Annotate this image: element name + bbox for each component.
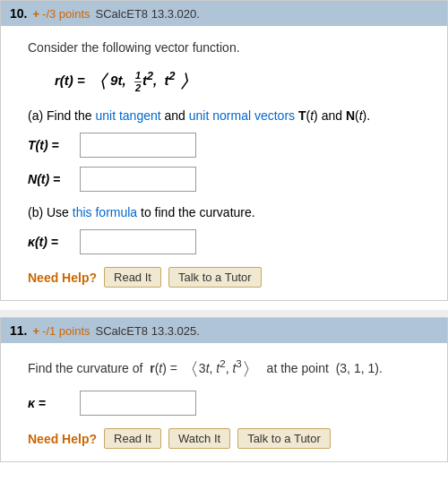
problem-11-body: Find the curvature of r(t) = 〈3t, t2, t3… bbox=[1, 343, 447, 461]
problem-10-body: Consider the following vector function. … bbox=[1, 26, 447, 300]
left-angle: 〈 bbox=[89, 72, 107, 91]
angle-l-11: 〈 bbox=[181, 359, 199, 379]
angle-r-11: 〉 bbox=[242, 359, 260, 379]
problem-10: 10. + -/3 points SCalcET8 13.3.020. Cons… bbox=[0, 0, 448, 301]
kappa-input-10[interactable] bbox=[80, 229, 196, 254]
highlight-unit-normal: unit normal vectors bbox=[189, 108, 295, 123]
problem-11-header: 11. + -/1 points SCalcET8 13.3.025. bbox=[1, 318, 447, 343]
talk-tutor-btn-11[interactable]: Talk to a Tutor bbox=[237, 428, 331, 449]
problem-11-points: -/1 points bbox=[42, 324, 90, 338]
fraction-half: 1 2 bbox=[134, 70, 142, 92]
T-label: T(t) = bbox=[28, 138, 73, 152]
kappa-input-11[interactable] bbox=[80, 391, 196, 416]
N-input[interactable] bbox=[80, 167, 196, 192]
problem-10-points: -/3 points bbox=[42, 7, 90, 21]
kappa-label-11: κ = bbox=[28, 396, 73, 410]
problem-10-course: SCalcET8 13.3.020. bbox=[96, 7, 200, 21]
problem-10-header: 10. + -/3 points SCalcET8 13.3.020. bbox=[1, 1, 447, 26]
help-row-11: Need Help? Read It Watch It Talk to a Tu… bbox=[28, 428, 429, 449]
problem-10-points-btn[interactable]: + -/3 points bbox=[32, 7, 90, 21]
help-row-10: Need Help? Read It Talk to a Tutor bbox=[28, 267, 429, 288]
kappa-label-10: κ(t) = bbox=[28, 235, 73, 249]
problem-11-intro: Find the curvature of r(t) = 〈3t, t2, t3… bbox=[28, 356, 429, 378]
T-input[interactable] bbox=[80, 133, 196, 158]
vector-terms: 9t, 1 2 t2, t2 bbox=[110, 73, 179, 88]
problem-10-number: 10. bbox=[10, 6, 27, 21]
highlight-unit-tangent: unit tangent bbox=[95, 108, 160, 123]
kappa-11-input-row: κ = bbox=[28, 391, 429, 416]
problem-11-number: 11. bbox=[10, 323, 27, 338]
need-help-10: Need Help? bbox=[28, 271, 97, 285]
problem-11-points-btn[interactable]: + -/1 points bbox=[32, 324, 90, 338]
N-input-row: N(t) = bbox=[28, 167, 429, 192]
watch-it-btn-11[interactable]: Watch It bbox=[168, 428, 230, 449]
divider bbox=[0, 310, 448, 317]
part-b-container: (b) Use this formula to find the curvatu… bbox=[28, 202, 429, 254]
T-input-row: T(t) = bbox=[28, 133, 429, 158]
formula-link[interactable]: this formula bbox=[73, 205, 137, 219]
part-a-label: (a) Find the unit tangent and unit norma… bbox=[28, 106, 429, 125]
N-label: N(t) = bbox=[28, 172, 73, 186]
read-it-btn-11[interactable]: Read It bbox=[104, 428, 161, 449]
plus-icon: + bbox=[32, 7, 39, 21]
r-of-t-label: r(t) = bbox=[55, 73, 89, 88]
plus-icon-11: + bbox=[32, 324, 39, 338]
need-help-11: Need Help? bbox=[28, 432, 97, 446]
problem-10-intro: Consider the following vector function. bbox=[28, 39, 429, 57]
talk-tutor-btn-10[interactable]: Talk to a Tutor bbox=[168, 267, 262, 288]
kappa-input-row: κ(t) = bbox=[28, 229, 429, 254]
vector-function-display: r(t) = 〈 9t, 1 2 t2, t2 〉 bbox=[55, 70, 429, 93]
right-angle: 〉 bbox=[179, 72, 197, 91]
read-it-btn-10[interactable]: Read It bbox=[104, 267, 161, 288]
problem-11-course: SCalcET8 13.3.025. bbox=[96, 324, 200, 338]
part-b-label: (b) Use this formula to find the curvatu… bbox=[28, 202, 429, 222]
problem-11: 11. + -/1 points SCalcET8 13.3.025. Find… bbox=[0, 317, 448, 462]
